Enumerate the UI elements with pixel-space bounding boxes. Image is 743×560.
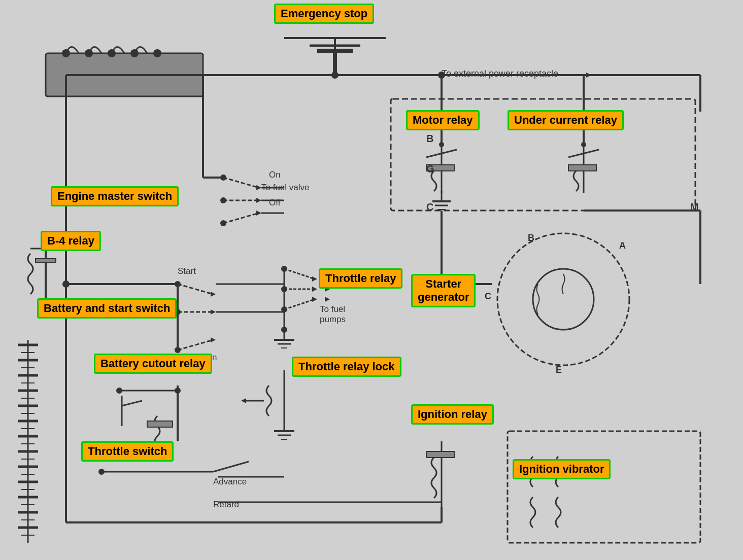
svg-text:A: A [619, 240, 626, 251]
emergency-stop-label: Emergency stop [274, 4, 374, 24]
to-fuel-valve-text: To fuel valve [261, 183, 310, 193]
motor-relay-label: Motor relay [406, 110, 480, 130]
start-label-text: Start [178, 266, 196, 276]
svg-rect-127 [426, 451, 454, 458]
svg-rect-87 [568, 165, 596, 171]
svg-text:C: C [426, 201, 433, 213]
battery-cutout-relay-label: Battery cutout relay [94, 354, 212, 374]
b4-relay-label: B-4 relay [41, 231, 101, 251]
to-fuel-pumps-text: To fuel pumps [320, 304, 346, 325]
starter-generator-label: Starter generator [411, 274, 476, 307]
ignition-relay-label: Ignition relay [411, 404, 494, 425]
svg-text:E: E [556, 365, 562, 375]
ignition-vibrator-label: Ignition vibrator [513, 459, 611, 479]
to-external-power-text: To external power receptacle [442, 68, 558, 79]
svg-point-6 [153, 49, 161, 57]
on-label-text: On [269, 170, 281, 180]
throttle-switch-label: Throttle switch [81, 441, 174, 462]
svg-rect-78 [147, 421, 173, 427]
svg-rect-44 [36, 259, 56, 263]
svg-text:G: G [426, 163, 434, 174]
advance-text: Advance [213, 477, 247, 487]
engine-master-switch-label: Engine master switch [51, 186, 179, 206]
svg-text:B: B [528, 233, 534, 243]
svg-point-130 [98, 469, 105, 475]
throttle-relay-label: Throttle relay [319, 268, 402, 289]
battery-start-switch-label: Battery and start switch [37, 298, 177, 319]
throttle-relay-lock-label: Throttle relay lock [292, 357, 401, 377]
circuit-diagram: B G C M [0, 0, 743, 560]
svg-point-149 [331, 72, 339, 79]
svg-text:C: C [485, 291, 491, 301]
svg-text:B: B [426, 133, 433, 144]
off-label-text: Off [269, 198, 280, 208]
svg-point-150 [62, 281, 70, 288]
under-current-relay-label: Under current relay [508, 110, 624, 130]
retard-text: Retard [213, 500, 239, 510]
